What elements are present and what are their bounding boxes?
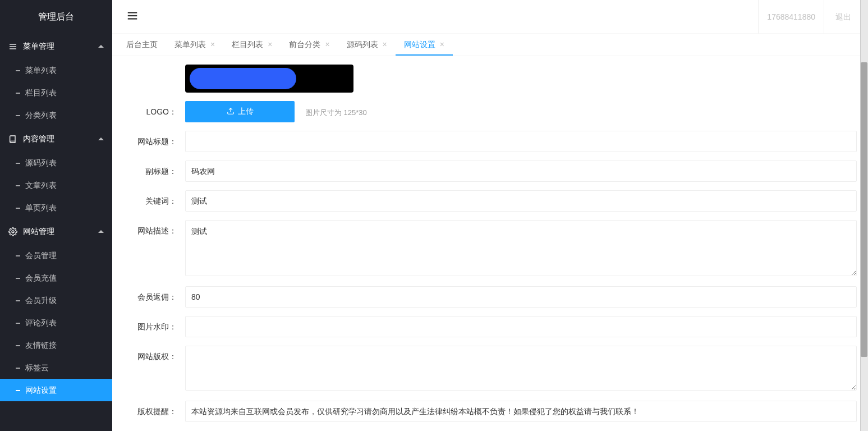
app-title: 管理后台 <box>0 0 112 34</box>
close-icon[interactable]: × <box>325 33 329 56</box>
upload-tip: 图片尺寸为 125*30 <box>305 108 367 117</box>
copyright-notice-input[interactable] <box>185 401 857 422</box>
copyright-textarea[interactable] <box>185 346 857 391</box>
close-icon[interactable]: × <box>268 33 272 56</box>
chevron-up-icon <box>98 230 104 233</box>
subtitle-input[interactable] <box>185 161 857 182</box>
chevron-up-icon <box>98 45 104 48</box>
nav-item-comment-list[interactable]: 评论列表 <box>0 311 112 334</box>
form-content: LOGO： 上传 图片尺寸为 125*30 网站标题： <box>112 56 868 431</box>
upload-button[interactable]: 上传 <box>185 101 295 122</box>
nav-group-label: 网站管理 <box>23 219 54 244</box>
subtitle-label: 副标题： <box>123 161 185 182</box>
tab-front-category[interactable]: 前台分类 × <box>281 33 338 56</box>
nav-item-page-list[interactable]: 单页列表 <box>0 196 112 219</box>
commission-input[interactable] <box>185 286 857 308</box>
watermark-input[interactable] <box>185 316 857 337</box>
site-title-input[interactable] <box>185 131 857 152</box>
nav-item-menu-list[interactable]: 菜单列表 <box>0 59 112 81</box>
tab-home[interactable]: 后台主页 <box>118 33 166 56</box>
close-icon[interactable]: × <box>210 33 215 56</box>
list-icon <box>8 42 17 51</box>
copyright-label: 网站版权： <box>123 346 185 367</box>
nav-group-label: 菜单管理 <box>23 34 54 59</box>
nav-item-site-settings[interactable]: 网站设置 <box>0 379 112 401</box>
nav-group-label: 内容管理 <box>23 126 54 152</box>
logo-label: LOGO： <box>123 101 185 122</box>
tab-menu-list[interactable]: 菜单列表 × <box>166 33 223 56</box>
keywords-label: 关键词： <box>123 190 185 212</box>
site-title-label: 网站标题： <box>123 131 185 152</box>
logout-button[interactable]: 退出 <box>827 0 860 34</box>
tab-column-list[interactable]: 栏目列表 × <box>223 33 281 56</box>
header-user-phone[interactable]: 17688411880 <box>758 0 824 34</box>
nav-item-member-manage[interactable]: 会员管理 <box>0 244 112 267</box>
watermark-label: 图片水印： <box>123 316 185 337</box>
gear-icon <box>8 227 17 236</box>
nav-group-menu[interactable]: 菜单管理 <box>0 34 112 59</box>
close-icon[interactable]: × <box>383 33 387 56</box>
scrollbar-thumb[interactable] <box>861 62 867 357</box>
sidebar: 管理后台 菜单管理 菜单列表 栏目列表 分类列表 内容管理 源码列表 <box>0 0 112 431</box>
book-icon <box>8 135 17 144</box>
nav-item-tag-cloud[interactable]: 标签云 <box>0 356 112 379</box>
nav-item-column-list[interactable]: 栏目列表 <box>0 81 112 104</box>
upload-icon <box>227 107 235 117</box>
tab-source-list[interactable]: 源码列表 × <box>338 33 396 56</box>
commission-label: 会员返佣： <box>123 286 185 308</box>
nav-item-category-list[interactable]: 分类列表 <box>0 104 112 126</box>
chevron-up-icon <box>98 137 104 140</box>
scrollbar-track[interactable] <box>860 0 868 431</box>
hamburger-icon[interactable] <box>121 10 144 24</box>
logo-preview <box>185 65 353 93</box>
description-label: 网站描述： <box>123 220 185 241</box>
nav-item-friend-link[interactable]: 友情链接 <box>0 334 112 356</box>
nav-item-source-list[interactable]: 源码列表 <box>0 152 112 174</box>
tab-site-settings[interactable]: 网站设置 × <box>396 33 453 56</box>
close-icon[interactable]: × <box>440 33 444 56</box>
header: 17688411880 退出 <box>112 0 868 34</box>
svg-point-3 <box>12 231 14 233</box>
nav-group-content[interactable]: 内容管理 <box>0 126 112 152</box>
copyright-notice-label: 版权提醒： <box>123 401 185 422</box>
tabs-bar: 后台主页 菜单列表 × 栏目列表 × 前台分类 × 源码列表 × 网站设置 × <box>112 34 868 56</box>
main-area: 17688411880 退出 后台主页 菜单列表 × 栏目列表 × 前台分类 ×… <box>112 0 868 431</box>
keywords-input[interactable] <box>185 190 857 212</box>
nav-item-member-recharge[interactable]: 会员充值 <box>0 267 112 289</box>
nav-item-member-upgrade[interactable]: 会员升级 <box>0 289 112 311</box>
nav-group-site[interactable]: 网站管理 <box>0 219 112 244</box>
nav-item-article-list[interactable]: 文章列表 <box>0 174 112 196</box>
description-textarea[interactable] <box>185 220 857 276</box>
